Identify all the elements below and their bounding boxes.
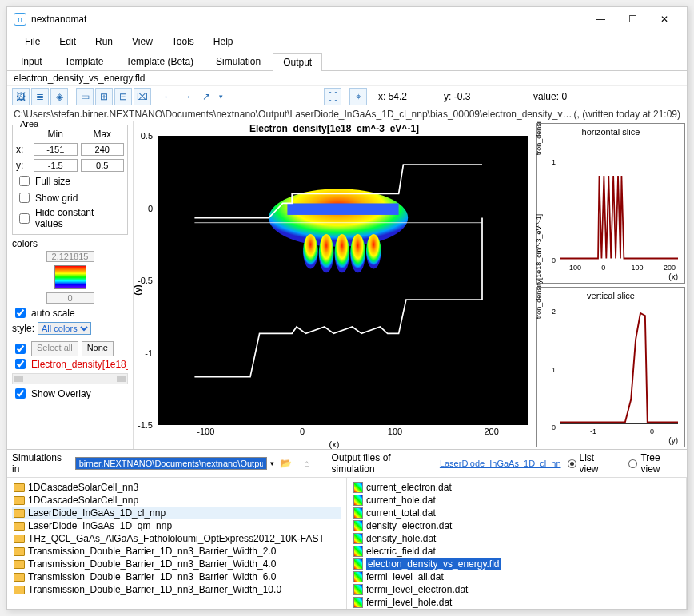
- menu-edit[interactable]: Edit: [51, 33, 84, 50]
- nav-forward-icon[interactable]: →: [178, 88, 196, 105]
- tree-view-radio[interactable]: [628, 459, 637, 468]
- svg-rect-1: [287, 203, 398, 214]
- tab-output[interactable]: Output: [273, 53, 322, 71]
- open-file-label: electron_density_vs_energy.fld: [7, 71, 687, 86]
- menu-help[interactable]: Help: [205, 33, 241, 50]
- menu-run[interactable]: Run: [87, 33, 121, 50]
- file-icon: [353, 507, 363, 519]
- svg-point-4: [335, 234, 350, 272]
- file-item[interactable]: electric_field.dat: [352, 545, 681, 558]
- clear-pane-icon[interactable]: ⌧: [134, 88, 151, 105]
- single-pane-icon[interactable]: ▭: [76, 88, 94, 105]
- menu-tools[interactable]: Tools: [164, 33, 202, 50]
- maximize-button[interactable]: ☐: [616, 9, 648, 30]
- slice-panel: horizontal slice tron_density[1e18_cm^-3…: [535, 121, 687, 449]
- file-item[interactable]: fermi_level_hole.dat: [352, 596, 681, 609]
- tab-simulation[interactable]: Simulation: [205, 52, 271, 70]
- file-icon: [353, 584, 363, 595]
- fullscreen-icon[interactable]: ⛶: [324, 88, 341, 105]
- sim-path-input[interactable]: [75, 457, 267, 470]
- y-max-input[interactable]: [81, 159, 125, 172]
- tab-template[interactable]: Template: [54, 52, 114, 70]
- series-master-checkbox[interactable]: [15, 344, 26, 354]
- file-item[interactable]: density_hole.dat: [352, 532, 681, 545]
- tab-template-beta[interactable]: Template (Beta): [115, 52, 204, 70]
- sim-item[interactable]: LaserDiode_InGaAs_1D_qm_nnp: [12, 519, 341, 532]
- sim-item[interactable]: Transmission_Double_Barrier_1D_nn3_Barri…: [12, 583, 341, 596]
- cursor-value-label: value: 0: [524, 91, 596, 102]
- minimize-button[interactable]: —: [584, 9, 616, 30]
- file-icon: [353, 533, 363, 544]
- full-size-checkbox[interactable]: Full size: [16, 173, 124, 189]
- file-item[interactable]: fermi_level_electron.dat: [352, 583, 681, 596]
- menu-view[interactable]: View: [124, 33, 161, 50]
- plot-canvas[interactable]: [158, 136, 528, 425]
- style-select[interactable]: All colors: [38, 322, 91, 335]
- menubar: File Edit Run View Tools Help: [7, 31, 687, 52]
- y-ticks: 0.5 0 -0.5 -1 -1.5: [134, 136, 156, 425]
- sim-path-dropdown-icon[interactable]: ▾: [270, 459, 274, 467]
- x-max-input[interactable]: [81, 143, 125, 156]
- tab-input[interactable]: Input: [10, 52, 53, 70]
- show-grid-checkbox[interactable]: Show grid: [16, 190, 124, 205]
- svg-point-5: [350, 234, 365, 272]
- open-folder-icon[interactable]: 📂: [277, 455, 295, 472]
- list-view-radio[interactable]: [568, 459, 576, 468]
- sim-item[interactable]: 1DCascadeSolarCell_nnp: [12, 494, 341, 507]
- bottom-panel: Simulations in ▾ 📂 ⌂ Output files of sim…: [7, 449, 687, 609]
- output-sim-link[interactable]: LaserDiode_InGaAs_1D_cl_nn: [440, 459, 561, 468]
- remove-pane-icon[interactable]: ⊟: [114, 88, 132, 105]
- none-button[interactable]: None: [82, 341, 114, 356]
- menu-file[interactable]: File: [17, 33, 48, 50]
- file-item[interactable]: current_hole.dat: [352, 494, 681, 507]
- file-item[interactable]: current_electron.dat: [352, 481, 681, 494]
- x-row-label: x:: [16, 144, 30, 155]
- folder-icon: [14, 522, 25, 531]
- file-icon: [353, 495, 363, 506]
- x-ticks: -100 0 100 200: [158, 427, 528, 438]
- file-item[interactable]: electron_density_vs_energy.fld: [352, 558, 681, 570]
- text-mode-icon[interactable]: ≣: [31, 88, 49, 105]
- sim-item[interactable]: Transmission_Double_Barrier_1D_nn3_Barri…: [12, 558, 341, 570]
- series-scrollbar[interactable]: [12, 373, 128, 384]
- main-plot[interactable]: Electron_density[1e18_cm^-3_eV^-1] (y) 0…: [134, 121, 535, 449]
- sim-item[interactable]: 1DCascadeSolarCell_nn3: [12, 481, 341, 494]
- vertical-slice-plot[interactable]: vertical slice tron_density[1e18_cm^-3_e…: [536, 287, 685, 447]
- nav-back-icon[interactable]: ←: [159, 88, 177, 105]
- folder-icon: [14, 560, 25, 569]
- output-files-list[interactable]: current_electron.datcurrent_hole.datcurr…: [347, 478, 687, 609]
- file-item[interactable]: current_total.dat: [352, 507, 681, 519]
- file-icon: [353, 597, 363, 608]
- x-axis-label: (x): [134, 439, 535, 449]
- sim-item[interactable]: THz_QCL_GaAs_AlGaAs_Fathololoumi_OptExpr…: [12, 532, 341, 545]
- export-icon[interactable]: ↗: [197, 88, 215, 105]
- output-files-label: Output files of simulation: [332, 452, 437, 475]
- sim-item[interactable]: Transmission_Double_Barrier_1D_nn3_Barri…: [12, 570, 341, 583]
- simulations-tree[interactable]: 1DCascadeSolarCell_nn31DCascadeSolarCell…: [7, 478, 347, 609]
- image-mode-icon[interactable]: 🖼: [12, 88, 30, 105]
- folder-icon: [14, 496, 25, 505]
- sim-item[interactable]: LaserDiode_InGaAs_1D_cl_nnp: [12, 507, 341, 519]
- carousel-icon[interactable]: ◈: [50, 88, 68, 105]
- style-label: style:: [12, 323, 34, 334]
- sim-item[interactable]: Transmission_Double_Barrier_1D_nn3_Barri…: [12, 545, 341, 558]
- home-icon[interactable]: ⌂: [298, 455, 316, 472]
- series-item[interactable]: Electron_density[1e18_: [12, 356, 128, 372]
- x-min-input[interactable]: [34, 143, 78, 156]
- export-dropdown-icon[interactable]: ▾: [217, 88, 225, 105]
- close-button[interactable]: ✕: [648, 9, 680, 30]
- hide-const-checkbox[interactable]: Hide constant values: [16, 207, 124, 229]
- folder-icon: [14, 573, 25, 582]
- auto-scale-checkbox[interactable]: auto scale: [12, 305, 128, 320]
- select-all-button[interactable]: Select all: [31, 341, 78, 356]
- cursor-x-label: x: 54.2: [369, 91, 433, 102]
- file-item[interactable]: density_electron.dat: [352, 519, 681, 532]
- y-row-label: y:: [16, 160, 30, 171]
- crosshair-icon[interactable]: ⌖: [349, 88, 367, 105]
- horizontal-slice-plot[interactable]: horizontal slice tron_density[1e18_cm^-3…: [536, 123, 685, 284]
- titlebar: n nextnanomat — ☐ ✕: [7, 7, 687, 31]
- file-item[interactable]: fermi_level_all.dat: [352, 570, 681, 583]
- show-overlay-checkbox[interactable]: Show Overlay: [12, 386, 128, 401]
- add-pane-icon[interactable]: ⊞: [95, 88, 113, 105]
- y-min-input[interactable]: [34, 159, 78, 172]
